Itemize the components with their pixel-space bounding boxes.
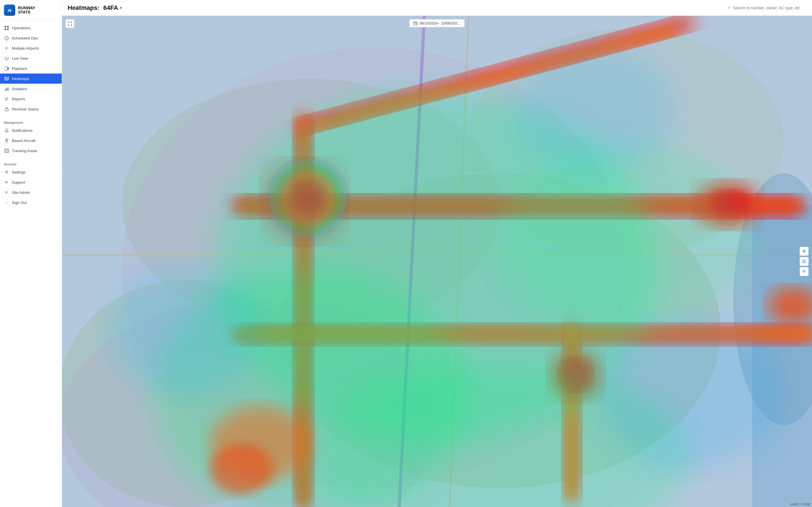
chevron-down-icon: ▾ (120, 6, 122, 10)
svg-point-12 (6, 140, 7, 140)
locate-button[interactable] (800, 247, 809, 256)
search-input[interactable] (733, 6, 806, 10)
sidebar: RUNWAY STATS Operations Scheduled Ops ✈ … (0, 0, 62, 507)
sidebar-label-playback: Playback (12, 66, 28, 71)
account-nav: Account ⚙ Settings ✉ Support ✕ Site Admi… (0, 158, 62, 210)
logo-area: RUNWAY STATS (0, 0, 62, 20)
svg-rect-7 (4, 67, 7, 70)
mail-icon: ✉ (4, 180, 9, 185)
clock-icon (4, 36, 9, 41)
svg-rect-9 (6, 88, 7, 91)
sidebar-item-based-aircraft[interactable]: Based Aircraft (0, 135, 62, 146)
heatmap-overlay (62, 16, 812, 507)
map-attribution: Leaflet | © OSM (790, 503, 810, 506)
svg-rect-14 (6, 150, 8, 152)
sidebar-label-sign-out: Sign Out (12, 201, 27, 205)
search-area: ✈ (727, 6, 806, 10)
calendar-icon (413, 21, 417, 25)
sidebar-item-multiple-airports[interactable]: ✈ Multiple Airports (0, 43, 62, 53)
page-title: Heatmaps: (68, 4, 99, 11)
logo-line1: RUNWAY (18, 6, 35, 10)
logo-text: RUNWAY STATS (18, 6, 35, 15)
sidebar-label-receiver-status: Receiver Status (12, 107, 39, 111)
date-range-text: 09/10/2024 - 10/09/202... (419, 21, 460, 25)
svg-rect-10 (8, 87, 8, 91)
management-nav: Management Notifications Based Aircraft … (0, 116, 62, 158)
logo-line2: STATS (18, 10, 35, 14)
wrench-icon: ✕ (4, 190, 9, 195)
svg-rect-2 (4, 26, 6, 27)
sidebar-label-reports: Reports (12, 97, 25, 101)
grid-icon (4, 25, 9, 31)
sidebar-item-heatmaps[interactable]: Heatmaps (0, 73, 62, 83)
sidebar-label-tracking-areas: Tracking Areas (12, 149, 37, 153)
video-icon (4, 66, 9, 71)
sidebar-item-analytics[interactable]: Analytics (0, 83, 62, 94)
svg-rect-3 (7, 26, 9, 27)
layers-icon (802, 260, 806, 263)
management-section-label: Management (0, 119, 62, 125)
sidebar-label-scheduled-ops: Scheduled Ops (12, 36, 38, 40)
main-content: Heatmaps: 64FA ▾ ✈ (62, 0, 812, 507)
plane-icon: ✈ (4, 46, 9, 51)
chart-icon (4, 86, 9, 91)
gear-icon: ⚙ (4, 170, 9, 175)
refresh-icon (4, 56, 9, 61)
sidebar-label-live-view: Live View (12, 56, 28, 61)
svg-point-1 (9, 9, 10, 10)
main-nav: Operations Scheduled Ops ✈ Multiple Airp… (0, 20, 62, 116)
sidebar-label-operations: Operations (12, 26, 31, 30)
account-section-label: Account (0, 160, 62, 167)
radio-icon (4, 107, 9, 112)
sidebar-label-notifications: Notifications (12, 128, 33, 133)
airport-code: 64FA (103, 4, 118, 11)
header: Heatmaps: 64FA ▾ ✈ (62, 0, 812, 16)
bell-icon (4, 128, 9, 133)
svg-rect-11 (5, 109, 8, 111)
map-container[interactable]: 09/10/2024 - 10/09/202... Lea (62, 16, 812, 507)
list-icon (4, 96, 9, 101)
svg-rect-4 (4, 29, 6, 30)
airport-selector[interactable]: 64FA ▾ (101, 4, 123, 12)
sidebar-item-operations[interactable]: Operations (0, 23, 62, 33)
header-left: Heatmaps: 64FA ▾ (68, 4, 123, 12)
sidebar-item-settings[interactable]: ⚙ Settings (0, 167, 62, 177)
svg-point-56 (803, 250, 805, 252)
sidebar-item-reports[interactable]: Reports (0, 94, 62, 104)
sidebar-label-heatmaps: Heatmaps (12, 76, 29, 81)
expand-button[interactable] (65, 19, 74, 28)
logo-icon (4, 4, 15, 16)
date-picker-button[interactable]: 09/10/2024 - 10/09/202... (409, 19, 465, 27)
svg-rect-13 (5, 149, 8, 153)
svg-rect-5 (7, 29, 9, 30)
frame-icon (4, 148, 9, 153)
sidebar-label-settings: Settings (12, 170, 26, 174)
locate-icon (802, 249, 806, 253)
svg-rect-54 (62, 16, 812, 507)
svg-point-0 (6, 7, 13, 13)
filter-icon (802, 270, 806, 274)
map-icon (4, 76, 9, 81)
sidebar-item-sign-out[interactable]: → Sign Out (0, 198, 62, 208)
pin-icon (4, 138, 9, 143)
svg-rect-55 (414, 22, 417, 25)
sidebar-label-multiple-airports: Multiple Airports (12, 46, 39, 50)
right-map-controls (800, 247, 809, 276)
layers-button[interactable] (800, 257, 809, 266)
sidebar-item-notifications[interactable]: Notifications (0, 125, 62, 135)
sidebar-item-scheduled-ops[interactable]: Scheduled Ops (0, 33, 62, 43)
filter-button[interactable] (800, 267, 809, 276)
exit-icon: → (4, 200, 9, 205)
sidebar-item-playback[interactable]: Playback (0, 63, 62, 73)
sidebar-label-analytics: Analytics (12, 87, 27, 91)
sidebar-item-live-view[interactable]: Live View (0, 53, 62, 63)
svg-rect-8 (5, 89, 6, 91)
sidebar-item-support[interactable]: ✉ Support (0, 177, 62, 187)
map-controls (65, 19, 74, 28)
sidebar-item-receiver-status[interactable]: Receiver Status (0, 104, 62, 114)
sidebar-label-support: Support (12, 180, 25, 184)
sidebar-label-based-aircraft: Based Aircraft (12, 138, 36, 143)
search-plane-icon: ✈ (727, 6, 731, 10)
sidebar-item-tracking-areas[interactable]: Tracking Areas (0, 146, 62, 156)
sidebar-item-site-admin[interactable]: ✕ Site Admin (0, 187, 62, 198)
